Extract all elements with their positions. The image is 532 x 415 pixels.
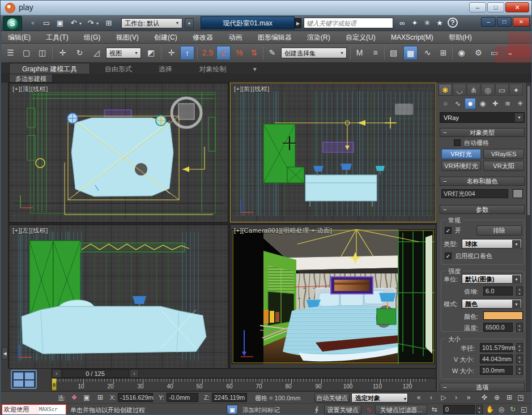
menu-animation[interactable]: 动画: [222, 31, 249, 44]
selection-lock-icon[interactable]: ▣: [82, 393, 92, 403]
viewport-camera-label[interactable]: [+][Camera001][明暗处理 + 边面]: [234, 226, 332, 235]
rollout-options[interactable]: − 选项: [440, 383, 525, 392]
viewport-front-canvas[interactable]: [231, 83, 436, 222]
satellite-icon[interactable]: ✳: [422, 18, 433, 29]
viewport-camera-canvas[interactable]: [231, 225, 436, 368]
tab-modify-icon[interactable]: ◡: [453, 84, 466, 96]
next-frame-button[interactable]: ›: [130, 369, 139, 378]
coord-system-combo[interactable]: 视图 ▾: [106, 48, 141, 58]
menu-tools[interactable]: 工具(T): [39, 31, 75, 44]
multiplier-field[interactable]: 6.0: [483, 286, 513, 296]
multiplier-spinner[interactable]: ▴▾: [516, 286, 523, 296]
render-setup-icon[interactable]: ⚙: [471, 46, 486, 60]
viewport-top-label[interactable]: [+][顶][线框]: [12, 85, 48, 93]
object-color-swatch[interactable]: [513, 189, 523, 198]
type-dropdown[interactable]: 球体 ▾: [462, 239, 522, 249]
favorites-star-icon[interactable]: ★: [434, 18, 445, 29]
tab-hierarchy-icon[interactable]: ⋔: [467, 84, 480, 96]
zoom-all-icon[interactable]: ⊞: [504, 393, 514, 403]
time-slider-handle[interactable]: 0: [52, 378, 57, 391]
title-bar[interactable]: play – □ ✕: [1, 1, 532, 15]
mirror-icon[interactable]: M: [352, 46, 367, 60]
x-coordinate-field[interactable]: -1516.629m: [118, 393, 153, 402]
keyboard-override-icon[interactable]: ↑: [180, 46, 194, 60]
marquee-select-icon[interactable]: ▢: [19, 46, 33, 60]
tab-polygon-modeling[interactable]: 多边形建模: [9, 74, 53, 83]
wsize-field[interactable]: 10.0mm: [480, 366, 513, 375]
viewport-front-label[interactable]: [+][前][线框]: [234, 85, 270, 93]
select-manipulate-icon[interactable]: ✛: [164, 46, 178, 60]
maximize-viewport-icon[interactable]: ◱: [519, 405, 529, 414]
viewport-front[interactable]: [+][前][线框]: [230, 83, 436, 223]
vsize-spinner[interactable]: ▴▾: [516, 354, 523, 363]
menu-graph-editors[interactable]: 图形编辑器: [251, 31, 299, 44]
menu-help[interactable]: 帮助(H): [442, 31, 479, 44]
percent-snap-icon[interactable]: %: [232, 46, 246, 60]
on-checkbox[interactable]: ✓: [445, 227, 452, 234]
temperature-field[interactable]: 6500.0: [483, 323, 513, 332]
use-center-icon[interactable]: ◩: [144, 46, 158, 60]
rollout-object-type[interactable]: − 对象类型: [440, 128, 525, 137]
strip-collapse-icon[interactable]: ◀: [2, 347, 8, 360]
menu-modifiers[interactable]: 修改器: [186, 31, 220, 44]
vsize-field[interactable]: 44.043mm: [480, 354, 513, 363]
prev-key-icon[interactable]: ‹: [426, 393, 436, 403]
wsize-spinner[interactable]: ▴▾: [516, 366, 523, 375]
spinner-snap-icon[interactable]: ⇅: [247, 46, 261, 60]
doc-arrow-icon[interactable]: ▶: [295, 18, 301, 28]
search-icon[interactable]: ∞: [397, 18, 408, 29]
workspace-combo[interactable]: 工作台: 默认 ▾: [121, 18, 182, 28]
add-time-tag[interactable]: 添加时间标记: [242, 406, 280, 414]
vrayies-button[interactable]: VRayIES: [483, 149, 524, 159]
viewport-left[interactable]: [+][左][线框]: [8, 224, 228, 369]
wrench-icon[interactable]: ✦: [409, 18, 420, 29]
select-move-icon[interactable]: ✛: [56, 46, 70, 60]
orbit-icon[interactable]: ↻: [508, 405, 518, 414]
cat-helpers-icon[interactable]: ✚: [490, 98, 501, 109]
rollout-parameters[interactable]: − 参数: [440, 205, 525, 214]
redo-icon[interactable]: ↷: [85, 18, 96, 29]
help-icon[interactable]: ?: [448, 18, 458, 28]
schematic-view-icon[interactable]: ⊞: [436, 46, 450, 60]
exclude-button[interactable]: 排除: [476, 225, 522, 236]
zoom-extents-icon[interactable]: ◳: [516, 393, 526, 403]
viewport-left-label[interactable]: [+][左][线框]: [12, 226, 48, 235]
autogrid-checkbox[interactable]: [454, 139, 461, 146]
select-rotate-icon[interactable]: ↻: [73, 46, 87, 60]
key-curve-icon[interactable]: ∿: [364, 405, 374, 414]
minimize-button[interactable]: –: [469, 2, 486, 12]
temperature-spinner[interactable]: ▴▾: [516, 323, 523, 332]
menu-group[interactable]: 组(G): [77, 31, 107, 44]
viewport-layout-icon[interactable]: [11, 370, 37, 389]
inner-minimize-button[interactable]: –: [481, 17, 496, 27]
cat-lights-icon[interactable]: ✹: [465, 98, 476, 109]
redo-caret-icon[interactable]: ▾: [96, 21, 101, 26]
menu-views[interactable]: 视图(V): [109, 31, 146, 44]
z-coordinate-field[interactable]: 2245.119m: [212, 393, 247, 402]
scene-explorer-icon[interactable]: ☰: [3, 46, 18, 60]
y-coordinate-field[interactable]: -0.0mm: [167, 393, 198, 402]
light-color-swatch[interactable]: [483, 311, 523, 320]
cat-systems-icon[interactable]: ✳: [514, 98, 526, 109]
tab-utilities-icon[interactable]: ✦: [509, 84, 523, 96]
angle-snap-icon[interactable]: ∠: [216, 46, 231, 60]
go-end-icon[interactable]: »: [463, 393, 474, 403]
tab-create-icon[interactable]: ✱: [439, 84, 452, 96]
inner-close-button[interactable]: ✕: [513, 17, 530, 27]
menu-maxscript[interactable]: MAXScript(M): [384, 32, 440, 44]
play-icon[interactable]: ▷: [439, 393, 449, 403]
auto-key-button[interactable]: 自动关键点: [314, 393, 350, 403]
tab-display-icon[interactable]: ▭: [495, 84, 509, 96]
workspace-drop-button[interactable]: ▾: [185, 18, 194, 28]
menu-customize[interactable]: 自定义(U): [339, 31, 382, 44]
prev-frame-button[interactable]: ‹: [52, 369, 61, 378]
rollout-name-color[interactable]: − 名称和颜色: [440, 177, 525, 186]
radius-spinner[interactable]: ▴▾: [516, 343, 523, 352]
cat-shapes-icon[interactable]: ∿: [452, 98, 463, 109]
window-crossing-icon[interactable]: ◫: [35, 46, 49, 60]
zoom-icon[interactable]: ⊕: [492, 393, 502, 403]
object-name-field[interactable]: VR灯光004: [441, 189, 508, 198]
close-button[interactable]: ✕: [505, 2, 529, 12]
viewport-top-canvas[interactable]: [9, 83, 228, 222]
next-key-icon[interactable]: ›: [451, 393, 461, 403]
